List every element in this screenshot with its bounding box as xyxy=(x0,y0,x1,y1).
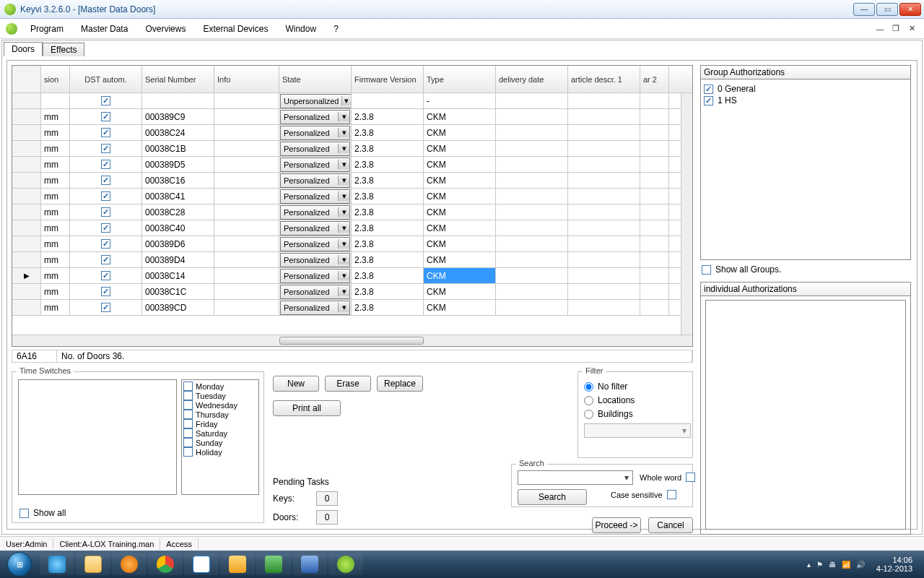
vertical-scrollbar[interactable] xyxy=(681,93,692,335)
taskbar-outlook[interactable] xyxy=(220,553,255,575)
dst-checkbox[interactable]: ✓ xyxy=(101,128,110,137)
state-combo[interactable]: Personalized▾ xyxy=(280,173,350,188)
table-row[interactable]: mm✓00038C1BPersonalized▾2.3.8CKM xyxy=(12,141,681,157)
menu-external-devices[interactable]: External Devices xyxy=(196,22,275,35)
col-article-2[interactable]: ar 2 xyxy=(640,66,669,92)
table-row[interactable]: ▶mm✓00038C14Personalized▾2.3.8CKM xyxy=(12,268,681,284)
col-firmware[interactable]: Firmware Version xyxy=(352,66,424,92)
state-combo[interactable]: Personalized▾ xyxy=(280,205,350,220)
col-info[interactable]: Info xyxy=(214,66,279,92)
new-button[interactable]: New xyxy=(273,376,319,392)
dst-checkbox[interactable]: ✓ xyxy=(101,112,110,121)
dst-checkbox[interactable]: ✓ xyxy=(101,96,110,105)
scroll-thumb[interactable] xyxy=(279,337,424,345)
col-serial[interactable]: Serial Number xyxy=(142,66,214,92)
tray-action-center-icon[interactable]: ⚑ xyxy=(816,561,823,569)
col-delivery[interactable]: delivery date xyxy=(496,66,568,92)
time-switches-list[interactable] xyxy=(18,379,177,495)
col-article-1[interactable]: article descr. 1 xyxy=(568,66,640,92)
case-sensitive-checkbox[interactable] xyxy=(667,490,676,499)
state-combo[interactable]: Personalized▾ xyxy=(280,285,350,299)
day-checkbox[interactable] xyxy=(183,400,193,410)
menu-program[interactable]: Program xyxy=(23,22,71,35)
filter-buildings-radio[interactable] xyxy=(584,410,593,419)
table-row[interactable]: mm✓000389D5Personalized▾2.3.8CKM xyxy=(12,157,681,173)
dst-checkbox[interactable]: ✓ xyxy=(101,191,110,201)
mdi-minimize-button[interactable]: — xyxy=(873,24,886,34)
close-button[interactable]: ✕ xyxy=(899,3,921,16)
start-button[interactable]: ⊞ xyxy=(0,551,39,578)
table-row[interactable]: mm✓000389D6Personalized▾2.3.8CKM xyxy=(12,236,681,252)
dst-checkbox[interactable]: ✓ xyxy=(101,271,110,280)
state-combo[interactable]: Personalized▾ xyxy=(280,237,350,251)
day-checkbox[interactable] xyxy=(183,381,193,391)
menu-window[interactable]: Window xyxy=(278,22,323,35)
day-checkbox[interactable] xyxy=(183,391,193,400)
state-combo[interactable]: Personalized▾ xyxy=(280,301,350,315)
state-combo[interactable]: Personalized▾ xyxy=(280,221,350,236)
col-state[interactable]: State xyxy=(279,66,352,92)
taskbar-ie[interactable] xyxy=(40,553,74,575)
proceed-button[interactable]: Proceed -> xyxy=(592,517,641,533)
table-row[interactable]: mm✓000389CDPersonalized▾2.3.8CKM xyxy=(12,300,681,316)
taskbar-teamviewer[interactable] xyxy=(184,553,219,575)
state-combo[interactable]: Personalized▾ xyxy=(280,189,350,204)
show-all-groups-checkbox[interactable] xyxy=(702,265,711,275)
day-checkbox[interactable] xyxy=(183,447,193,457)
taskbar-excel[interactable] xyxy=(256,553,291,575)
state-combo[interactable]: Personalized▾ xyxy=(280,253,350,267)
menu-overviews[interactable]: Overviews xyxy=(138,22,193,35)
day-checkbox[interactable] xyxy=(183,428,193,438)
table-row[interactable]: mm✓00038C28Personalized▾2.3.8CKM xyxy=(12,204,681,220)
col-sion[interactable]: sion xyxy=(41,66,70,92)
dst-checkbox[interactable]: ✓ xyxy=(101,160,110,169)
taskbar-clock[interactable]: 14:06 4-12-2013 xyxy=(871,556,918,573)
filter-locations-radio[interactable] xyxy=(584,396,593,405)
table-row[interactable]: mm✓00038C24Personalized▾2.3.8CKM xyxy=(12,125,681,141)
state-combo[interactable]: Personalized▾ xyxy=(280,269,350,283)
minimize-button[interactable]: — xyxy=(853,3,875,16)
search-input[interactable] xyxy=(518,470,633,485)
table-row[interactable]: mm✓00038C1CPersonalized▾2.3.8CKM xyxy=(12,284,681,300)
tab-doors[interactable]: Doors xyxy=(4,42,43,56)
group-checkbox[interactable]: ✓ xyxy=(704,85,713,94)
filter-no-filter-radio[interactable] xyxy=(584,382,593,392)
dst-checkbox[interactable]: ✓ xyxy=(101,303,110,312)
menu-master-data[interactable]: Master Data xyxy=(74,22,135,35)
table-row[interactable]: ✓Unpersonalized▾- xyxy=(12,93,681,109)
search-button[interactable]: Search xyxy=(518,489,587,505)
mdi-restore-button[interactable]: ❐ xyxy=(889,24,902,34)
state-combo[interactable]: Personalized▾ xyxy=(280,158,350,172)
state-combo[interactable]: Unpersonalized▾ xyxy=(280,94,352,108)
dst-checkbox[interactable]: ✓ xyxy=(101,255,110,264)
table-row[interactable]: mm✓000389C9Personalized▾2.3.8CKM xyxy=(12,109,681,125)
replace-button[interactable]: Replace xyxy=(377,376,423,392)
tray-volume-icon[interactable]: 🔊 xyxy=(856,561,865,569)
maximize-button[interactable]: ▭ xyxy=(876,3,898,16)
show-all-checkbox[interactable] xyxy=(19,509,29,518)
table-row[interactable]: mm✓00038C16Personalized▾2.3.8CKM xyxy=(12,173,681,189)
dst-checkbox[interactable]: ✓ xyxy=(101,176,110,185)
taskbar-chrome[interactable] xyxy=(148,553,183,575)
dst-checkbox[interactable]: ✓ xyxy=(101,207,110,217)
dst-checkbox[interactable]: ✓ xyxy=(101,239,110,249)
taskbar-explorer[interactable] xyxy=(76,553,110,575)
erase-button[interactable]: Erase xyxy=(325,376,371,392)
indiv-auth-list[interactable] xyxy=(705,300,906,530)
day-checkbox[interactable] xyxy=(183,410,193,419)
dst-checkbox[interactable]: ✓ xyxy=(101,287,110,296)
print-all-button[interactable]: Print all xyxy=(273,400,341,416)
tab-effects[interactable]: Effects xyxy=(43,43,84,56)
taskbar-mediaplayer[interactable] xyxy=(112,553,147,575)
menu-help[interactable]: ? xyxy=(326,22,346,35)
state-combo[interactable]: Personalized▾ xyxy=(280,110,350,124)
state-combo[interactable]: Personalized▾ xyxy=(280,142,350,156)
tray-print-icon[interactable]: 🖶 xyxy=(829,561,836,569)
tray-network-icon[interactable]: 📶 xyxy=(842,561,850,569)
day-checkbox[interactable] xyxy=(183,419,193,428)
mdi-close-button[interactable]: ✕ xyxy=(905,24,918,34)
tray-show-hidden-icon[interactable]: ▴ xyxy=(807,561,811,569)
state-combo[interactable]: Personalized▾ xyxy=(280,126,350,140)
col-dst[interactable]: DST autom. xyxy=(70,66,142,92)
taskbar-keyvi[interactable] xyxy=(328,553,363,575)
